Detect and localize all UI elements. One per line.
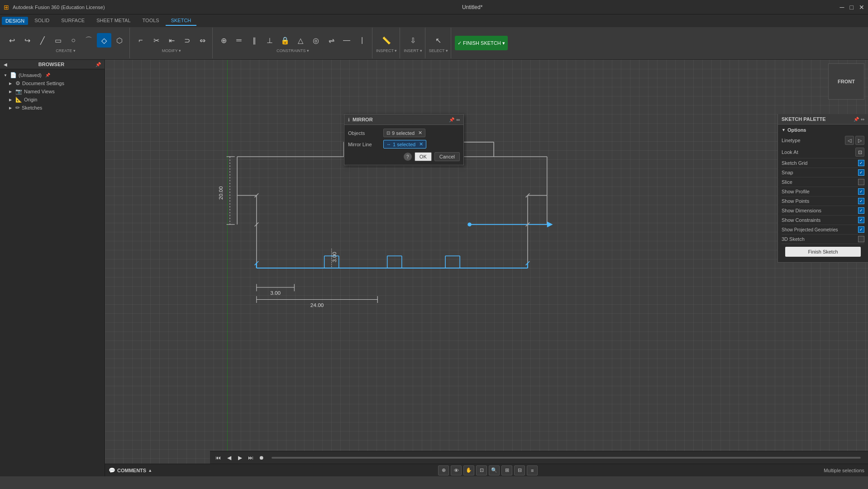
timeline-start-btn[interactable]: ⏮ [214, 453, 223, 462]
finish-sketch-toolbar-btn[interactable]: ✓ FINISH SKETCH ▾ [455, 36, 508, 50]
redo-button[interactable]: ↪ [20, 33, 34, 48]
create-label: CREATE ▾ [56, 48, 75, 53]
mirror-btn[interactable]: ⇔ [195, 33, 210, 48]
rectangle-button[interactable]: ▭ [51, 33, 65, 48]
extend-button[interactable]: ⇤ [164, 33, 179, 48]
look-at-btn[interactable]: ⊡ [855, 148, 864, 157]
app-title: Autodesk Fusion 360 (Education License) [13, 5, 105, 10]
view-cube[interactable]: FRONT [828, 63, 864, 100]
show-projected-checkbox[interactable] [858, 226, 864, 233]
look-at-label: Look At [782, 149, 798, 155]
timeline-play-btn[interactable]: ▶ [235, 453, 244, 462]
line-button[interactable]: ╱ [35, 33, 50, 48]
comments-expand-icon[interactable]: ▲ [148, 468, 152, 473]
polygon-button[interactable]: ⬡ [112, 33, 127, 48]
mirror-objects-value[interactable]: ⊡ 9 selected ✕ [383, 129, 425, 137]
tab-solid[interactable]: SOLID [29, 16, 55, 26]
maximize-button[interactable]: □ [850, 4, 854, 11]
3d-sketch-checkbox[interactable] [858, 236, 864, 242]
linetype-right-btn[interactable]: ▷ [855, 136, 864, 145]
circle-button[interactable]: ○ [66, 33, 81, 48]
offset-button[interactable]: ⊃ [180, 33, 194, 48]
palette-expand-btn[interactable]: ⇔ [861, 117, 864, 122]
comments-section[interactable]: 💬 COMMENTS ▲ [109, 467, 152, 474]
tree-label-origin: Origin [24, 97, 37, 102]
inspect-label: INSPECT ▾ [376, 48, 397, 53]
tree-item-origin[interactable]: ▶ 📐 Origin [0, 96, 105, 104]
linetype-row: Linetype ◁ ▷ [782, 134, 864, 146]
select-btn[interactable]: ↖ [431, 33, 446, 48]
undo-button[interactable]: ↩ [5, 33, 19, 48]
measure-btn[interactable]: 📏 [379, 33, 394, 48]
view-settings-btn[interactable]: ≡ [527, 465, 538, 475]
tab-sheet-metal[interactable]: SHEET METAL [91, 16, 136, 26]
show-profile-checkbox[interactable] [858, 188, 864, 195]
timeline-record-btn[interactable]: ⏺ [257, 453, 266, 462]
collinear-btn[interactable]: ═ [232, 33, 246, 48]
zoom-fit-btn[interactable]: ⊡ [476, 465, 487, 475]
tab-surface[interactable]: SURFACE [56, 16, 90, 26]
zoom-btn[interactable]: 🔍 [489, 465, 500, 475]
display-settings-btn[interactable]: ⊞ [501, 465, 512, 475]
mirror-line-value[interactable]: ↔ 1 selected ✕ [383, 140, 426, 149]
insert-label: INSERT ▾ [404, 48, 422, 53]
design-dropdown[interactable]: DESIGN [2, 17, 28, 25]
tree-item-doc-settings[interactable]: ▶ ⚙ Document Settings [0, 79, 105, 87]
minimize-button[interactable]: ─ [840, 4, 844, 11]
mirror-cancel-btn[interactable]: Cancel [434, 152, 460, 161]
mirror-line-clear[interactable]: ✕ [419, 141, 423, 147]
tab-tools[interactable]: TOOLS [137, 16, 165, 26]
timeline-track[interactable] [272, 457, 861, 459]
comments-label: COMMENTS [117, 468, 146, 473]
timeline-next-btn[interactable]: ⏭ [246, 453, 255, 462]
close-button[interactable]: ✕ [859, 4, 864, 11]
concentric-btn[interactable]: ◎ [309, 33, 323, 48]
options-chevron[interactable]: ▼ [782, 128, 786, 132]
tree-item-named-views[interactable]: ▶ 📷 Named Views [0, 87, 105, 96]
tree-item-root[interactable]: ▼ 📄 (Unsaved) 📌 [0, 71, 105, 79]
orbit-btn[interactable]: ⊕ [438, 465, 449, 475]
parallel-btn[interactable]: ∥ [247, 33, 262, 48]
pan-btn[interactable]: ✋ [463, 465, 474, 475]
snap-checkbox[interactable] [858, 169, 864, 176]
look-at-btn[interactable]: 👁 [451, 465, 462, 475]
grid-settings-btn[interactable]: ⊟ [514, 465, 525, 475]
document-title: Untitled* [462, 4, 482, 10]
show-constraints-checkbox[interactable] [858, 217, 864, 223]
grid-background [105, 60, 868, 476]
mirror-help-btn[interactable]: ? [404, 153, 412, 161]
coincident-btn[interactable]: ⊕ [216, 33, 231, 48]
mirror-pin-btn[interactable]: 📌 [449, 117, 454, 122]
sym-btn[interactable]: ⇌ [324, 33, 339, 48]
tab-sketch[interactable]: SKETCH [166, 16, 197, 26]
browser-pin-icon[interactable]: 📌 [95, 62, 101, 67]
linetype-left-btn[interactable]: ◁ [845, 136, 854, 145]
horiz-btn[interactable]: — [339, 33, 354, 48]
mirror-objects-clear[interactable]: ✕ [418, 130, 422, 136]
sketch-grid-row: Sketch Grid [782, 158, 864, 168]
insert-btn[interactable]: ⇩ [405, 33, 420, 48]
arc-button[interactable]: ⌒ [81, 33, 96, 48]
show-dimensions-row: Show Dimensions [782, 206, 864, 216]
sketch-grid-checkbox[interactable] [858, 160, 864, 166]
viewport[interactable]: 20.00 3.00 3.00 24.00 FRONT [105, 60, 868, 476]
browser-collapse-icon[interactable]: ◀ [4, 62, 7, 67]
modify-group: ⌐ ✂ ⇤ ⊃ ⇔ MODIFY ▾ [131, 28, 213, 58]
trim-button[interactable]: ✂ [149, 33, 163, 48]
finish-sketch-palette-btn[interactable]: Finish Sketch [785, 247, 861, 257]
vert-btn[interactable]: | [355, 33, 369, 48]
equal-btn[interactable]: △ [293, 33, 308, 48]
tree-item-sketches[interactable]: ▶ ✏ Sketches [0, 104, 105, 112]
slice-checkbox[interactable] [858, 179, 864, 185]
show-dimensions-checkbox[interactable] [858, 207, 864, 214]
spline-button[interactable]: ◇ [97, 33, 111, 48]
options-label: Options [787, 127, 806, 133]
mirror-expand-btn[interactable]: ⇔ [456, 117, 460, 122]
mirror-ok-btn[interactable]: OK [415, 152, 432, 161]
show-points-checkbox[interactable] [858, 198, 864, 204]
perpendicular-btn[interactable]: ⊥ [262, 33, 277, 48]
lock-btn[interactable]: 🔒 [278, 33, 292, 48]
timeline-prev-btn[interactable]: ◀ [224, 453, 234, 462]
palette-pin-btn[interactable]: 📌 [854, 117, 859, 122]
fillet-button[interactable]: ⌐ [134, 33, 148, 48]
